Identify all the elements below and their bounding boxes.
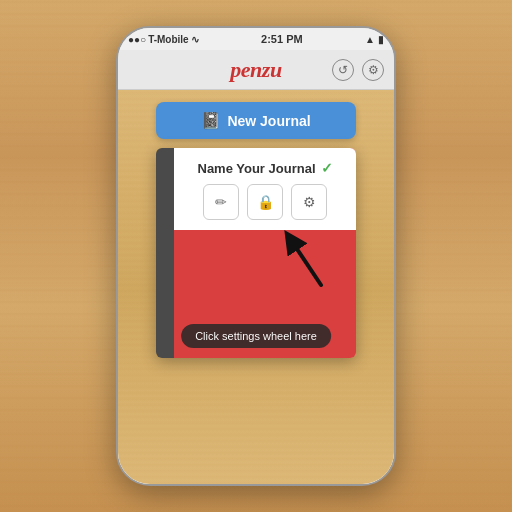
battery-icon: ▮ <box>378 34 384 45</box>
lock-icon: 🔒 <box>257 194 274 210</box>
app-header: penzu ↺ ⚙ <box>118 50 394 90</box>
bluetooth-icon: ▲ <box>365 34 375 45</box>
card-spine <box>156 148 174 358</box>
journal-card: Name Your Journal ✓ ✏ 🔒 ⚙ <box>156 148 356 358</box>
time-display: 2:51 PM <box>261 33 303 45</box>
signal-dots: ●●○ <box>128 34 146 45</box>
phone-frame: ●●○ T-Mobile ∿ 2:51 PM ▲ ▮ penzu ↺ ⚙ 📓 N… <box>116 26 396 486</box>
header-icons: ↺ ⚙ <box>332 59 384 81</box>
journal-name-row: Name Your Journal ✓ <box>198 160 333 176</box>
app-logo: penzu <box>230 57 281 83</box>
lock-button[interactable]: 🔒 <box>247 184 283 220</box>
refresh-icon[interactable]: ↺ <box>332 59 354 81</box>
journal-name-label: Name Your Journal <box>198 161 316 176</box>
status-right: ▲ ▮ <box>365 34 384 45</box>
svg-line-1 <box>291 240 321 285</box>
card-top: Name Your Journal ✓ ✏ 🔒 ⚙ <box>174 148 356 230</box>
settings-header-icon[interactable]: ⚙ <box>362 59 384 81</box>
gear-icon: ⚙ <box>303 194 316 210</box>
new-journal-label: New Journal <box>227 113 310 129</box>
status-bar: ●●○ T-Mobile ∿ 2:51 PM ▲ ▮ <box>118 28 394 50</box>
settings-wheel-button[interactable]: ⚙ <box>291 184 327 220</box>
new-journal-button[interactable]: 📓 New Journal <box>156 102 356 139</box>
tooltip-text: Click settings wheel here <box>195 330 317 342</box>
carrier-label: T-Mobile <box>148 34 189 45</box>
card-body: Name Your Journal ✓ ✏ 🔒 ⚙ <box>174 148 356 358</box>
arrow-icon <box>281 230 341 290</box>
book-icon: 📓 <box>201 111 221 130</box>
edit-button[interactable]: ✏ <box>203 184 239 220</box>
edit-icon: ✏ <box>215 194 227 210</box>
app-content: 📓 New Journal Name Your Journal ✓ ✏ <box>118 90 394 486</box>
status-left: ●●○ T-Mobile ∿ <box>128 34 199 45</box>
wifi-icon: ∿ <box>191 34 199 45</box>
check-icon: ✓ <box>321 160 333 176</box>
tooltip: Click settings wheel here <box>181 324 331 348</box>
arrow-container <box>174 230 356 300</box>
icon-buttons-row: ✏ 🔒 ⚙ <box>203 184 327 220</box>
